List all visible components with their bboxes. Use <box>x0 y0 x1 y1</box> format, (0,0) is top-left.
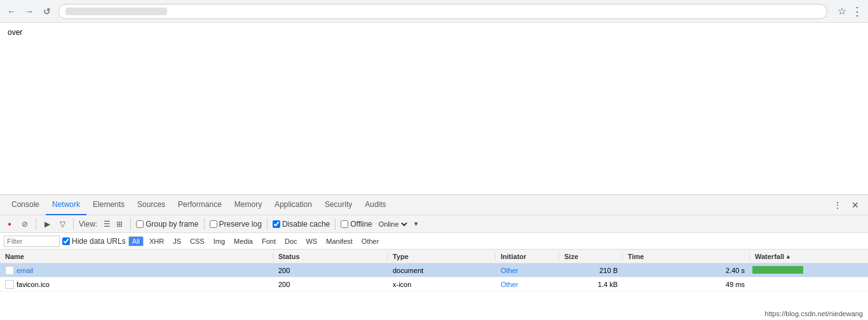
preserve-log-checkbox-label[interactable]: Preserve log <box>210 220 262 229</box>
hide-data-urls-checkbox[interactable] <box>62 237 70 245</box>
cell-size-email: 210 B <box>559 267 623 274</box>
header-name: Name <box>0 253 273 260</box>
hide-data-urls-text: Hide data URLs <box>72 237 126 246</box>
devtools-filter-bar: Hide data URLs All XHR JS CSS Img Media … <box>0 233 868 250</box>
cell-size-favicon: 1.4 kB <box>559 281 623 288</box>
header-time: Time <box>623 253 750 260</box>
cell-name-email: email <box>0 266 273 275</box>
filter-manifest-button[interactable]: Manifest <box>323 237 356 246</box>
table-header: Name Status Type Initiator Size Time Wat… <box>0 250 868 263</box>
offline-label: Offline <box>350 220 372 229</box>
tab-security[interactable]: Security <box>318 195 358 215</box>
menu-icon[interactable]: ⋮ <box>851 4 863 18</box>
tab-elements[interactable]: Elements <box>86 195 131 215</box>
tab-performance[interactable]: Performance <box>172 195 228 215</box>
url-placeholder <box>65 8 167 15</box>
cell-status-email: 200 <box>273 267 388 274</box>
row-name: email <box>17 267 33 274</box>
preserve-log-label: Preserve log <box>219 220 262 229</box>
filter-img-button[interactable]: Img <box>210 237 228 246</box>
tree-view-button[interactable]: ⊞ <box>114 218 125 230</box>
page-text: over <box>8 28 22 37</box>
cell-initiator-favicon: Other <box>496 281 559 288</box>
devtools-controls: ⋮ ✕ <box>830 197 863 213</box>
tab-audits[interactable]: Audits <box>358 195 392 215</box>
dropdown-arrow[interactable]: ▼ <box>413 220 419 227</box>
address-bar[interactable] <box>58 4 827 19</box>
filter-all-button[interactable]: All <box>128 236 144 246</box>
group-by-frame-checkbox-label[interactable]: Group by frame <box>136 220 198 229</box>
browser-chrome: ← → ↺ ☆ ⋮ <box>0 0 868 23</box>
cell-type-email: document <box>388 267 496 274</box>
header-type: Type <box>388 253 496 260</box>
tab-console[interactable]: Console <box>5 195 46 215</box>
preserve-log-checkbox[interactable] <box>210 220 217 228</box>
toolbar-separator-1 <box>36 218 36 230</box>
offline-checkbox[interactable] <box>341 220 348 228</box>
filter-input[interactable] <box>4 236 60 247</box>
filter-ws-button[interactable]: WS <box>303 237 321 246</box>
devtools-tabs: Console Network Elements Sources Perform… <box>0 195 868 215</box>
cell-initiator-email: Other <box>496 267 559 274</box>
disable-cache-checkbox[interactable] <box>273 220 280 228</box>
toolbar-separator-3 <box>130 218 131 230</box>
table-row[interactable]: favicon.ico 200 x-icon Other 1.4 kB 49 m… <box>0 277 868 291</box>
network-throttle-select[interactable]: Online <box>376 220 409 229</box>
network-table: Name Status Type Initiator Size Time Wat… <box>0 250 868 319</box>
video-button[interactable]: ▶ <box>41 218 53 230</box>
offline-checkbox-label[interactable]: Offline <box>341 220 372 229</box>
filter-js-button[interactable]: JS <box>170 237 184 246</box>
hide-data-urls-label[interactable]: Hide data URLs <box>62 237 126 246</box>
devtools-toolbar: ● ⊘ ▶ ▽ View: ☰ ⊞ Group by frame Preserv… <box>0 215 868 233</box>
disable-cache-checkbox-label[interactable]: Disable cache <box>273 220 330 229</box>
toolbar-separator-6 <box>335 218 336 230</box>
header-waterfall[interactable]: Waterfall <box>750 253 868 260</box>
bookmark-icon[interactable]: ☆ <box>837 5 846 17</box>
view-label: View: <box>79 220 97 229</box>
page-content: over <box>0 23 868 194</box>
reload-button[interactable]: ↺ <box>41 5 53 18</box>
header-status: Status <box>273 253 388 260</box>
header-size: Size <box>559 253 623 260</box>
group-by-frame-checkbox[interactable] <box>136 220 144 228</box>
devtools-panel: Console Network Elements Sources Perform… <box>0 194 868 319</box>
group-by-frame-label: Group by frame <box>146 220 198 229</box>
cell-status-favicon: 200 <box>273 281 388 288</box>
record-button[interactable]: ● <box>4 218 15 230</box>
forward-button[interactable]: → <box>23 5 36 18</box>
cell-time-email: 2.40 s <box>623 267 750 274</box>
filter-doc-button[interactable]: Doc <box>281 237 301 246</box>
row-name: favicon.ico <box>17 281 50 288</box>
tab-sources[interactable]: Sources <box>131 195 172 215</box>
cell-name-favicon: favicon.ico <box>0 280 273 289</box>
file-icon <box>5 280 14 289</box>
tab-memory[interactable]: Memory <box>228 195 268 215</box>
table-row[interactable]: email 200 document Other 210 B 2.40 s <box>0 263 868 277</box>
filter-font-button[interactable]: Font <box>259 237 279 246</box>
filter-xhr-button[interactable]: XHR <box>146 237 167 246</box>
header-initiator: Initiator <box>496 253 559 260</box>
cell-type-favicon: x-icon <box>388 281 496 288</box>
back-button[interactable]: ← <box>5 5 18 18</box>
view-icons: ☰ ⊞ <box>101 218 125 230</box>
toolbar-separator-5 <box>267 218 268 230</box>
filter-css-button[interactable]: CSS <box>187 237 208 246</box>
cell-waterfall-email <box>750 266 868 275</box>
disable-cache-label: Disable cache <box>282 220 330 229</box>
cell-time-favicon: 49 ms <box>623 281 750 288</box>
filter-other-button[interactable]: Other <box>358 237 383 246</box>
filter-button[interactable]: ▽ <box>57 218 68 230</box>
clear-button[interactable]: ⊘ <box>19 218 31 230</box>
tab-application[interactable]: Application <box>268 195 318 215</box>
toolbar-separator-4 <box>204 218 205 230</box>
waterfall-bar <box>752 266 803 274</box>
devtools-close-button[interactable]: ✕ <box>848 197 863 213</box>
list-view-button[interactable]: ☰ <box>101 218 112 230</box>
toolbar-separator-2 <box>73 218 74 230</box>
filter-media-button[interactable]: Media <box>231 237 256 246</box>
devtools-settings-button[interactable]: ⋮ <box>830 197 845 213</box>
tab-network[interactable]: Network <box>46 195 86 215</box>
file-icon <box>5 266 14 275</box>
